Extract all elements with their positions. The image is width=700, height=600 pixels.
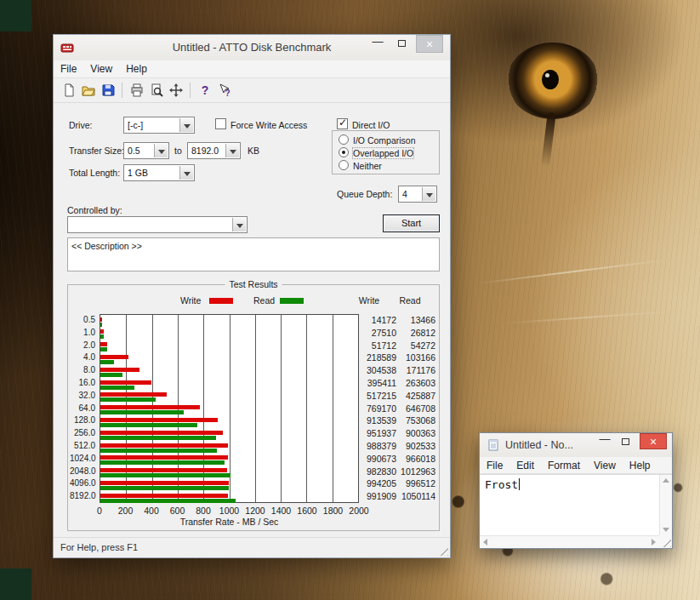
menu-help[interactable]: Help [119, 60, 154, 77]
io-comparison-radio[interactable] [339, 134, 349, 145]
whisker [477, 259, 672, 284]
write-bar [100, 431, 223, 435]
write-bar [100, 355, 128, 359]
direct-io-checkbox[interactable] [337, 118, 348, 129]
scroll-down-icon[interactable] [663, 528, 669, 532]
legend-write-label: Write [180, 295, 201, 306]
write-bar [100, 368, 139, 372]
print-preview-button[interactable] [146, 81, 166, 100]
print-preview-icon [150, 83, 163, 97]
close-button[interactable]: × [640, 433, 667, 449]
context-help-button[interactable]: ? [214, 81, 234, 100]
pan-button[interactable] [166, 81, 185, 100]
x-tick-label: 1400 [271, 506, 291, 516]
atto-titlebar[interactable]: Untitled - ATTO Disk Benchmark — × [54, 35, 450, 60]
print-icon [130, 83, 144, 97]
write-bar [100, 494, 228, 498]
transfer-size-label: Transfer Size: [69, 146, 124, 156]
scroll-right-icon[interactable] [652, 539, 656, 546]
x-tick-label: 1800 [323, 506, 343, 516]
chevron-down-icon[interactable] [179, 118, 193, 132]
drive-select[interactable]: [-c-] [123, 117, 195, 134]
resize-grip[interactable] [437, 545, 448, 556]
overlapped-io-label[interactable]: Overlapped I/O [353, 148, 413, 158]
resize-grip[interactable] [660, 536, 671, 547]
chart-row-label: 512.0 [70, 440, 95, 453]
help-button[interactable]: ? [195, 81, 214, 100]
read-value: 425887 [384, 390, 435, 403]
menu-file[interactable]: File [480, 457, 509, 473]
x-axis-title: Transfer Rate - MB / Sec [100, 517, 359, 527]
transfer-size-to-select[interactable]: 8192.0 [187, 142, 241, 159]
menu-file[interactable]: File [54, 60, 83, 77]
overlapped-io-radio[interactable] [339, 147, 349, 157]
x-tick-label: 1000 [219, 506, 239, 516]
benchmark-chart [100, 314, 359, 503]
menu-help[interactable]: Help [623, 457, 657, 473]
open-file-button[interactable] [78, 81, 98, 100]
close-button[interactable]: × [416, 35, 443, 53]
read-value: 996512 [384, 477, 435, 490]
scroll-left-icon[interactable] [483, 539, 487, 546]
read-value: 13466 [384, 314, 435, 327]
desktop-corner-patch-top-left [0, 0, 31, 31]
notepad-titlebar[interactable]: Untitled - No... — × [480, 433, 672, 457]
menu-format[interactable]: Format [541, 457, 587, 473]
gridline [255, 315, 256, 502]
scroll-up-icon[interactable] [663, 478, 669, 483]
chevron-down-icon[interactable] [225, 144, 239, 157]
horizontal-scrollbar[interactable] [480, 535, 659, 548]
notepad-menubar: FileEditFormatViewHelp [480, 457, 672, 474]
read-value: 900363 [384, 427, 435, 440]
chevron-down-icon[interactable] [232, 218, 246, 231]
force-write-access-checkbox[interactable] [215, 118, 226, 129]
status-text: For Help, press F1 [60, 542, 138, 552]
transfer-size-from-select[interactable]: 0.5 [123, 142, 169, 159]
io-comparison-label[interactable]: I/O Comparison [353, 135, 416, 146]
write-bar [100, 392, 167, 397]
minimize-button[interactable]: — [594, 433, 616, 449]
maximize-button[interactable] [390, 35, 413, 53]
chart-row-label: 1.0 [70, 327, 95, 340]
save-button[interactable] [98, 81, 117, 100]
chevron-down-icon[interactable] [179, 166, 193, 180]
start-button[interactable]: Start [383, 214, 440, 232]
write-bar [100, 455, 228, 460]
read-bar [100, 410, 184, 414]
menu-view[interactable]: View [83, 60, 119, 77]
pan-icon [169, 83, 183, 97]
svg-text:?: ? [225, 89, 230, 97]
queue-depth-select[interactable]: 4 [398, 186, 437, 203]
read-bar [100, 460, 225, 465]
vertical-scrollbar[interactable] [659, 475, 672, 535]
maximize-button[interactable] [614, 433, 636, 449]
total-length-select[interactable]: 1 GB [123, 164, 195, 181]
neither-label[interactable]: Neither [353, 161, 382, 171]
notepad-text-area[interactable]: Frost [480, 474, 672, 548]
chart-row-label: 8.0 [70, 364, 95, 377]
menu-view[interactable]: View [587, 457, 623, 473]
neither-radio[interactable] [339, 160, 349, 170]
chevron-down-icon[interactable] [422, 187, 435, 201]
read-value: 966018 [384, 453, 435, 466]
whisker [502, 311, 672, 324]
x-tick-label: 800 [196, 506, 211, 516]
text-caret [519, 478, 520, 490]
chevron-down-icon[interactable] [154, 144, 168, 157]
drive-value: [-c-] [128, 120, 179, 130]
scrollbar-corner [659, 535, 672, 548]
desktop-corner-patch-bottom-left [0, 569, 31, 600]
chart-row-label: 256.0 [70, 427, 95, 440]
force-write-access-label[interactable]: Force Write Access [230, 120, 307, 130]
menu-edit[interactable]: Edit [509, 457, 541, 473]
description-box[interactable]: << Description >> [67, 237, 440, 271]
controlled-by-select[interactable] [67, 216, 248, 233]
queue-depth-label: Queue Depth: [337, 189, 392, 199]
minimize-button[interactable]: — [367, 35, 389, 53]
desktop[interactable]: Untitled - ATTO Disk Benchmark — × FileV… [0, 0, 700, 600]
read-bar [100, 397, 156, 402]
notepad-app-icon [487, 438, 500, 452]
new-document-button[interactable] [59, 81, 78, 100]
direct-io-label[interactable]: Direct I/O [352, 120, 390, 130]
print-button[interactable] [127, 81, 146, 100]
